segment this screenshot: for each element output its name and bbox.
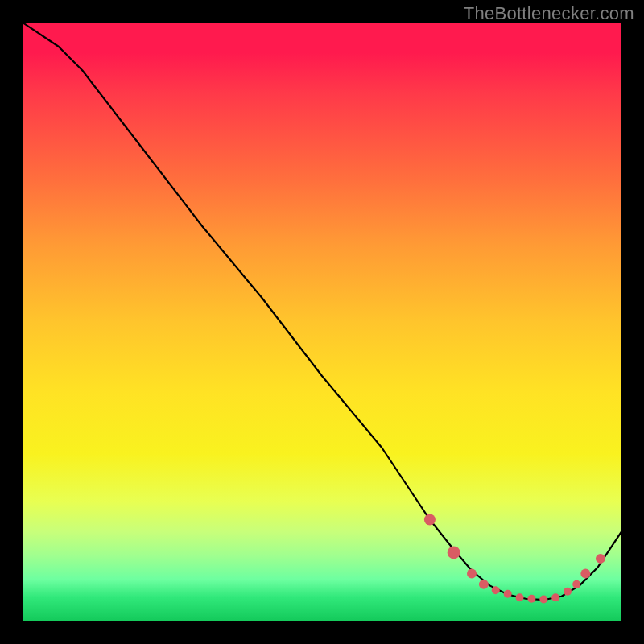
curve-marker [467, 568, 477, 578]
marker-group [424, 514, 605, 604]
curve-marker [580, 568, 590, 578]
curve-marker [551, 593, 559, 601]
curve-marker [572, 580, 580, 588]
curve-marker [424, 514, 436, 526]
chart-frame: TheBottlenecker.com [0, 0, 644, 644]
watermark-text: TheBottlenecker.com [464, 3, 634, 24]
plot-area [23, 23, 621, 621]
curve-marker [504, 590, 512, 598]
bottleneck-curve [23, 23, 621, 600]
curve-marker [516, 593, 524, 601]
curve-marker [564, 588, 572, 596]
curve-marker [492, 586, 500, 594]
curve-marker [448, 546, 460, 559]
curve-marker [596, 554, 605, 564]
curve-svg [23, 23, 621, 621]
curve-marker [527, 595, 535, 603]
curve-marker [479, 580, 489, 589]
curve-marker [539, 595, 547, 603]
